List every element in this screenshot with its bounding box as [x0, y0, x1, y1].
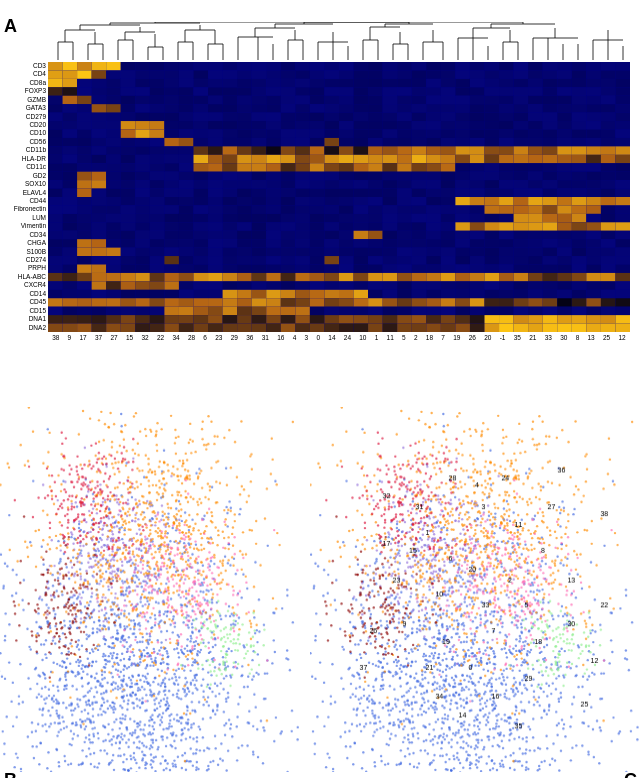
cluster-label: 22: [157, 334, 164, 341]
gene-label: SOX10: [0, 181, 46, 188]
cluster-label: 30: [560, 334, 567, 341]
cluster-label: 31: [262, 334, 269, 341]
cluster-label: 14: [328, 334, 335, 341]
cluster-label: 0: [316, 334, 320, 341]
panel-c: C GRANULOCYTE PROGENITOR MO / DC / NK B …: [310, 385, 640, 775]
cluster-label: 1: [375, 334, 379, 341]
cluster-label: 19: [453, 334, 460, 341]
gene-label: FOXP3: [0, 88, 46, 95]
cluster-label: 21: [529, 334, 536, 341]
gene-label: GATA3: [0, 105, 46, 112]
gene-label: HLA-ABC: [0, 274, 46, 281]
cluster-label: 37: [95, 334, 102, 341]
cluster-label: 3: [305, 334, 309, 341]
gene-label: CXCR4: [0, 282, 46, 289]
cluster-label: 10: [359, 334, 366, 341]
cluster-label: 7: [441, 334, 445, 341]
cluster-label: 18: [426, 334, 433, 341]
gene-label: CD4: [0, 71, 46, 78]
gene-label: LUM: [0, 215, 46, 222]
panel-a-label: A: [4, 16, 17, 37]
gene-label: DNA1: [0, 316, 46, 323]
gene-label: DNA2: [0, 325, 46, 332]
cluster-label: 16: [277, 334, 284, 341]
scatter-plot-c: [310, 407, 640, 772]
panel-a: A: [0, 8, 640, 378]
cluster-label: 35: [514, 334, 521, 341]
gene-label: CD11c: [0, 164, 46, 171]
cluster-label: 23: [215, 334, 222, 341]
cluster-label: 17: [79, 334, 86, 341]
gene-label: S100B: [0, 249, 46, 256]
gene-label: CD45: [0, 299, 46, 306]
cluster-labels: 38 9 17 37 27 15 32 22 34 28 6 23 29 36 …: [48, 334, 630, 362]
heatmap-container: CD3 CD4 CD8a FOXP3 GZMB GATA3 CD279 CD20…: [48, 22, 630, 362]
cluster-label: 28: [188, 334, 195, 341]
gene-label: CD3: [0, 63, 46, 70]
cluster-label: 32: [141, 334, 148, 341]
gene-label: CD14: [0, 291, 46, 298]
cluster-label: 8: [576, 334, 580, 341]
gene-label: GZMB: [0, 97, 46, 104]
cluster-label: 4: [293, 334, 297, 341]
gene-label: CD10: [0, 130, 46, 137]
cluster-label: 29: [231, 334, 238, 341]
cluster-label: 24: [344, 334, 351, 341]
gene-label: ELAVL4: [0, 190, 46, 197]
cluster-label: 36: [246, 334, 253, 341]
heatmap-body: [48, 62, 630, 332]
cluster-label: 34: [172, 334, 179, 341]
cluster-label: 20: [484, 334, 491, 341]
cluster-label: 5: [402, 334, 406, 341]
panel-b: B GRANULOCYTE PROGENITOR MO / DC / NK B …: [0, 385, 300, 775]
gene-label: CD8a: [0, 80, 46, 87]
cluster-label: 11: [387, 334, 394, 341]
gene-label: CD34: [0, 232, 46, 239]
cluster-label: 27: [110, 334, 117, 341]
gene-label: CD11b: [0, 147, 46, 154]
cluster-label: 6: [203, 334, 207, 341]
gene-label: CD56: [0, 139, 46, 146]
gene-label: CD274: [0, 257, 46, 264]
gene-label: GD2: [0, 173, 46, 180]
gene-label: CD44: [0, 198, 46, 205]
gene-label: Fibronectin: [0, 206, 46, 213]
cluster-label: 13: [588, 334, 595, 341]
dendrogram: [48, 22, 630, 62]
gene-label: CD15: [0, 308, 46, 315]
cluster-label: -1: [500, 334, 506, 341]
cluster-label: 2: [414, 334, 418, 341]
cluster-label: 26: [469, 334, 476, 341]
gene-label: Vimentin: [0, 223, 46, 230]
heatmap-canvas: [48, 62, 630, 332]
cluster-label: 9: [68, 334, 72, 341]
gene-label: HLA-DR: [0, 156, 46, 163]
cluster-label: 38: [52, 334, 59, 341]
gene-labels: CD3 CD4 CD8a FOXP3 GZMB GATA3 CD279 CD20…: [0, 62, 46, 332]
cluster-label: 12: [618, 334, 625, 341]
cluster-label: 33: [545, 334, 552, 341]
cluster-label: 15: [126, 334, 133, 341]
gene-label: CHGA: [0, 240, 46, 247]
gene-label: CD279: [0, 114, 46, 121]
scatter-plot-b: [0, 407, 300, 772]
cluster-label: 25: [603, 334, 610, 341]
gene-label: CD20: [0, 122, 46, 129]
gene-label: PRPH: [0, 265, 46, 272]
